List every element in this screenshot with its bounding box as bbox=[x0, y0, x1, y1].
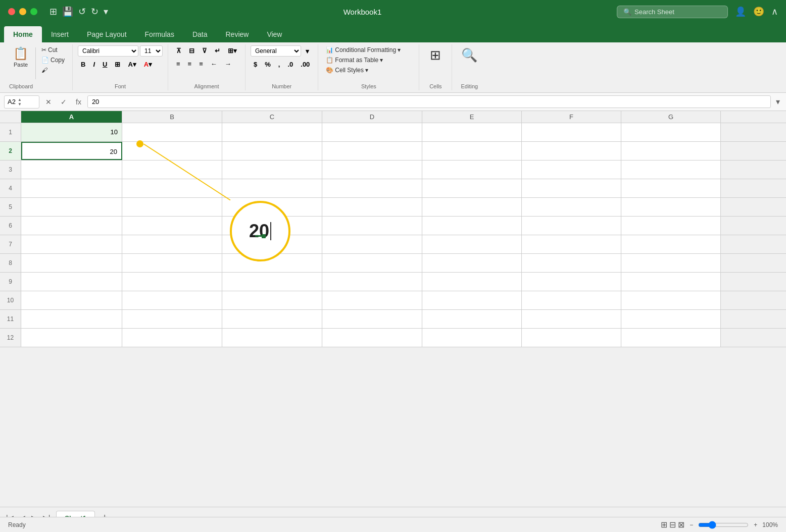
user-icon[interactable]: 👤 bbox=[735, 6, 746, 17]
align-right-button[interactable]: ≡ bbox=[196, 59, 206, 69]
copy-button[interactable]: 📄 Copy bbox=[39, 56, 67, 65]
number-dropdown[interactable]: ▾ bbox=[303, 46, 312, 57]
save-icon[interactable]: 💾 bbox=[62, 6, 73, 17]
cell-e9[interactable] bbox=[422, 273, 522, 291]
decrease-decimal-button[interactable]: .0 bbox=[284, 59, 296, 70]
cell-f11[interactable] bbox=[522, 310, 621, 328]
page-layout-view-button[interactable]: ⊟ bbox=[669, 520, 676, 529]
cell-g7[interactable] bbox=[621, 235, 721, 253]
cut-button[interactable]: ✂ Cut bbox=[39, 45, 67, 55]
cell-d7[interactable] bbox=[322, 235, 422, 253]
col-header-c[interactable]: C bbox=[222, 111, 322, 123]
border-button[interactable]: ⊞ bbox=[112, 59, 123, 70]
number-format-select[interactable]: General bbox=[251, 45, 301, 57]
col-header-a[interactable]: A bbox=[21, 111, 122, 123]
cell-f12[interactable] bbox=[522, 329, 621, 347]
col-header-d[interactable]: D bbox=[322, 111, 422, 123]
wrap-text-button[interactable]: ↵ bbox=[212, 45, 223, 56]
cell-b9[interactable] bbox=[122, 273, 222, 291]
cancel-formula-button[interactable]: ✕ bbox=[42, 96, 55, 108]
cell-g12[interactable] bbox=[621, 329, 721, 347]
align-middle-button[interactable]: ⊟ bbox=[186, 45, 198, 56]
cell-c4[interactable] bbox=[222, 179, 322, 197]
cell-d1[interactable] bbox=[322, 123, 422, 141]
zoom-slider[interactable] bbox=[698, 521, 749, 529]
cell-d12[interactable] bbox=[322, 329, 422, 347]
cell-c8[interactable] bbox=[222, 254, 322, 272]
undo-icon[interactable]: ↺ bbox=[78, 6, 86, 17]
cell-g4[interactable] bbox=[621, 179, 721, 197]
cell-d5[interactable] bbox=[322, 198, 422, 216]
col-header-b[interactable]: B bbox=[122, 111, 222, 123]
col-header-e[interactable]: E bbox=[422, 111, 522, 123]
cell-a11[interactable] bbox=[21, 310, 122, 328]
formula-dropdown[interactable]: ▾ bbox=[774, 95, 782, 109]
cell-e8[interactable] bbox=[422, 254, 522, 272]
cell-f3[interactable] bbox=[522, 161, 621, 179]
align-top-button[interactable]: ⊼ bbox=[173, 45, 184, 56]
collapse-icon[interactable]: ∧ bbox=[771, 6, 778, 17]
cell-b10[interactable] bbox=[122, 291, 222, 309]
cell-f10[interactable] bbox=[522, 291, 621, 309]
cell-g8[interactable] bbox=[621, 254, 721, 272]
cell-c9[interactable] bbox=[222, 273, 322, 291]
col-header-f[interactable]: F bbox=[522, 111, 621, 123]
align-bottom-button[interactable]: ⊽ bbox=[199, 45, 210, 56]
cell-a3[interactable] bbox=[21, 161, 122, 179]
cell-f1[interactable] bbox=[522, 123, 621, 141]
more-icon[interactable]: ▾ bbox=[104, 6, 108, 17]
cell-c3[interactable] bbox=[222, 161, 322, 179]
merge-button[interactable]: ⊞▾ bbox=[225, 45, 240, 56]
italic-button[interactable]: I bbox=[90, 59, 98, 70]
cell-e5[interactable] bbox=[422, 198, 522, 216]
cell-e11[interactable] bbox=[422, 310, 522, 328]
close-button[interactable] bbox=[8, 8, 15, 15]
cell-e3[interactable] bbox=[422, 161, 522, 179]
cell-c5[interactable] bbox=[222, 198, 322, 216]
minimize-button[interactable] bbox=[19, 8, 26, 15]
percent-button[interactable]: % bbox=[262, 59, 274, 70]
cell-d2[interactable] bbox=[322, 142, 422, 160]
cell-e2[interactable] bbox=[422, 142, 522, 160]
tab-data[interactable]: Data bbox=[183, 26, 217, 42]
cell-b5[interactable] bbox=[122, 198, 222, 216]
underline-button[interactable]: U bbox=[100, 59, 110, 70]
cell-f2[interactable] bbox=[522, 142, 621, 160]
cell-d3[interactable] bbox=[322, 161, 422, 179]
cell-a5[interactable] bbox=[21, 198, 122, 216]
cell-c2[interactable] bbox=[222, 142, 322, 160]
cell-a10[interactable] bbox=[21, 291, 122, 309]
cell-e7[interactable] bbox=[422, 235, 522, 253]
cell-d4[interactable] bbox=[322, 179, 422, 197]
cell-c6[interactable] bbox=[222, 217, 322, 235]
cell-f5[interactable] bbox=[522, 198, 621, 216]
fill-color-button[interactable]: A▾ bbox=[125, 59, 139, 70]
cell-b12[interactable] bbox=[122, 329, 222, 347]
format-as-table-button[interactable]: 📋 Format as Table ▾ bbox=[323, 56, 385, 65]
cell-f6[interactable] bbox=[522, 217, 621, 235]
cell-e1[interactable] bbox=[422, 123, 522, 141]
cell-d8[interactable] bbox=[322, 254, 422, 272]
cell-a12[interactable] bbox=[21, 329, 122, 347]
cell-e4[interactable] bbox=[422, 179, 522, 197]
tab-page-layout[interactable]: Page Layout bbox=[78, 26, 136, 42]
tab-review[interactable]: Review bbox=[216, 26, 258, 42]
cell-g11[interactable] bbox=[621, 310, 721, 328]
cell-styles-button[interactable]: 🎨 Cell Styles ▾ bbox=[323, 66, 371, 75]
increase-decimal-button[interactable]: .00 bbox=[298, 59, 313, 70]
cell-b6[interactable] bbox=[122, 217, 222, 235]
cell-g10[interactable] bbox=[621, 291, 721, 309]
cell-g9[interactable] bbox=[621, 273, 721, 291]
cell-b7[interactable] bbox=[122, 235, 222, 253]
currency-button[interactable]: $ bbox=[251, 59, 260, 70]
cell-d6[interactable] bbox=[322, 217, 422, 235]
cell-e6[interactable] bbox=[422, 217, 522, 235]
cell-a6[interactable] bbox=[21, 217, 122, 235]
cell-f7[interactable] bbox=[522, 235, 621, 253]
confirm-formula-button[interactable]: ✓ bbox=[58, 96, 70, 108]
cell-f9[interactable] bbox=[522, 273, 621, 291]
cell-g6[interactable] bbox=[621, 217, 721, 235]
cell-g3[interactable] bbox=[621, 161, 721, 179]
align-left-button[interactable]: ≡ bbox=[173, 59, 183, 69]
sidebar-icon[interactable]: ⊞ bbox=[50, 6, 57, 17]
